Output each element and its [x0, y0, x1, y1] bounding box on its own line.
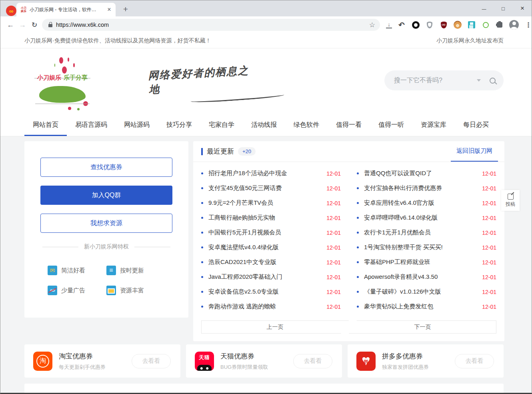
feature-grid: 简洁好看 按时更新 少量广告 [24, 266, 188, 295]
save-floppy-icon[interactable] [467, 20, 476, 29]
list-item[interactable]: 工商银行融e购抽5元实物 12-01 [201, 210, 341, 225]
coupon-desc: BUG券限时限量领取 [220, 364, 268, 371]
list-item[interactable]: 9.9元=2个月芒果TV会员 12-01 [201, 196, 341, 210]
profile-avatar-icon[interactable] [509, 20, 519, 30]
list-item[interactable]: 农行卡1元开1月优酷会员 12-01 [357, 225, 496, 240]
nav-item[interactable]: 活动线报 [243, 114, 285, 136]
list-item[interactable]: 奔跑动作游戏 逃跑的蟾蜍 12-01 [201, 299, 341, 314]
feature-icon [106, 266, 116, 275]
old-version-link[interactable]: 返回旧版刀网 [451, 141, 498, 162]
list-item[interactable]: 中国银行5元开1月视频会员 12-01 [201, 225, 341, 240]
back-icon[interactable] [4, 19, 16, 31]
brand-icon: 拼 [356, 352, 376, 371]
window-close-icon[interactable] [520, 4, 525, 12]
infinity-badge-icon[interactable] [6, 6, 16, 16]
coupon-desc: 独家首发拼团优惠券 [382, 364, 429, 371]
browser-toolbar: https://www.x6k.com [0, 16, 532, 33]
item-date: 12-01 [326, 244, 341, 251]
recent-list-right: 普通QQ也可以设置QID了 12-01 支付宝抽各种出行消费优惠券 12-01 [357, 166, 496, 314]
logo-text-1: 小刀娱乐 [37, 74, 61, 82]
list-item[interactable]: 招行老用户18个活动必中现金 12-01 [201, 166, 341, 181]
list-item[interactable]: 安卓应用转生v6.4.0官方版 12-01 [357, 196, 496, 210]
coupon-desc: 每天更新剁手优惠券 [59, 364, 106, 371]
nav-item[interactable]: 值得一听 [370, 114, 412, 136]
next-page-button[interactable]: 下一页 [349, 320, 496, 334]
nav-item[interactable]: 资源宝库 [412, 114, 455, 136]
new-tab-button[interactable] [120, 4, 131, 14]
chevron-down-icon[interactable] [477, 79, 481, 82]
list-item[interactable]: 支付宝抽各种出行消费优惠券 12-01 [357, 181, 496, 196]
prev-page-button[interactable]: 上一页 [201, 320, 349, 334]
address-bar[interactable]: https://www.x6k.com [42, 19, 380, 31]
feature-icon [48, 286, 57, 295]
logo-splatter-icon [59, 57, 63, 64]
page-viewport: 小刀娱乐网·免费提供绿色软件、活动线报以及其他网络资源，好货不私藏！ 小刀娱乐网… [0, 33, 532, 394]
coupon-card: 拼 拼多多优惠券 独家首发拼团优惠券 去看看 [348, 344, 504, 378]
reload-icon[interactable] [28, 19, 40, 31]
nav-item[interactable]: 技巧分享 [158, 114, 200, 136]
omega-ring-icon[interactable] [481, 20, 490, 29]
nav-item[interactable]: 绿色软件 [285, 114, 328, 136]
idm-arrow-icon[interactable] [397, 20, 406, 29]
lock-icon[interactable] [48, 24, 52, 27]
window-minimize-icon[interactable] [481, 5, 487, 12]
tab-favicon: 小刀娱乐 [20, 6, 27, 13]
recent-updates-card: 最近更新 +20 返回旧版刀网 招行老用户18个活动必中现金 12-01 [193, 141, 504, 341]
tampermonkey-icon[interactable] [453, 20, 462, 29]
go-see-button[interactable]: 去看看 [132, 354, 171, 368]
permanent-address-link[interactable]: 小刀娱乐网永久地址发布页 [436, 37, 504, 44]
sidebar-button[interactable]: 查找优惠券 [40, 158, 172, 177]
download-icon[interactable] [386, 21, 392, 28]
list-item[interactable]: 《量子破碎》v1.0.126中文版 12-01 [357, 284, 496, 299]
list-item[interactable]: 1号淘宝特别整理干货 买买买! 12-01 [357, 240, 496, 255]
list-item[interactable]: 安卓哔哩哔哩v6.14.0绿化版 12-01 [357, 210, 496, 225]
sidebar-button[interactable]: 我想求资源 [40, 214, 172, 233]
list-item[interactable]: Apowersoft录音精灵v4.3.50 12-01 [357, 270, 496, 284]
search-input[interactable] [394, 77, 477, 84]
nav-item[interactable]: 网站首页 [24, 114, 67, 136]
browser-tab[interactable]: 小刀娱乐 小刀娱乐网 - 专注活动，软件，教 [16, 3, 116, 16]
url-text[interactable]: https://www.x6k.com [56, 22, 109, 28]
tab-close-icon[interactable] [106, 6, 112, 13]
list-item[interactable]: 安卓魔法壁纸v4.0.4绿化版 12-01 [201, 240, 341, 255]
nav-item[interactable]: 值得一看 [328, 114, 370, 136]
site-slogan: 网络爱好者的栖息之地 [148, 66, 256, 100]
item-date: 12-01 [482, 304, 496, 310]
site-logo[interactable]: 小刀娱乐 乐于分享 [34, 55, 90, 108]
notice-text: 小刀娱乐网·免费提供绿色软件、活动线报以及其他网络资源，好货不私藏！ [24, 37, 211, 44]
list-item[interactable]: 普通QQ也可以设置QID了 12-01 [357, 166, 496, 181]
item-date: 12-01 [482, 289, 496, 295]
nav-item[interactable]: 宅家自学 [200, 114, 243, 136]
bookmark-star-icon[interactable] [369, 21, 375, 29]
bullet-icon [357, 202, 359, 204]
item-date: 12-01 [482, 244, 496, 251]
item-date: 12-01 [482, 259, 496, 266]
list-item[interactable]: 浩辰CAD2021中文专业版 12-01 [201, 255, 341, 270]
shield-icon[interactable] [425, 20, 434, 29]
menu-dots-icon[interactable] [524, 20, 532, 29]
section-marker [201, 148, 203, 155]
nav-item[interactable]: 每日必买 [455, 114, 497, 136]
go-see-button[interactable]: 去看看 [455, 354, 494, 368]
list-item[interactable]: 零基础PHP工程师就业班 12-01 [357, 255, 496, 270]
window-maximize-icon[interactable] [500, 5, 506, 12]
list-item[interactable]: Java工程师2020零基础入门 12-01 [201, 270, 341, 284]
list-item[interactable]: 豪华黄钻5以上免费发红包 12-01 [357, 299, 496, 314]
logo-text-2: 乐于分享 [64, 74, 88, 82]
list-item[interactable]: 支付宝45充值50元三网话费 12-01 [201, 181, 341, 196]
coupon-card: 天猫 天猫优惠券 BUG券限时限量领取 去看看 [186, 344, 342, 378]
sidebar-button[interactable]: 加入QQ群 [40, 186, 172, 205]
submit-post-fab[interactable]: 投稿 [501, 190, 520, 211]
nav-item[interactable]: 易语言源码 [67, 114, 116, 136]
main-nav: 网站首页 易语言源码 网站源码 技巧分享 宅家自学 活动线报 绿色软件 值得一看… [0, 114, 532, 136]
puzzle-icon[interactable] [495, 20, 504, 29]
ring-icon[interactable] [411, 20, 420, 29]
ublock-shield-icon[interactable] [439, 20, 448, 29]
item-date: 12-01 [326, 170, 341, 177]
search-icon[interactable] [490, 78, 496, 84]
privilege-divider: 新小刀娱乐网特权 [24, 243, 188, 250]
list-item[interactable]: 安卓设备信息v2.5.0专业版 12-01 [201, 284, 341, 299]
nav-item[interactable]: 网站源码 [116, 114, 158, 136]
search-bar[interactable] [384, 70, 504, 90]
go-see-button[interactable]: 去看看 [293, 354, 332, 368]
